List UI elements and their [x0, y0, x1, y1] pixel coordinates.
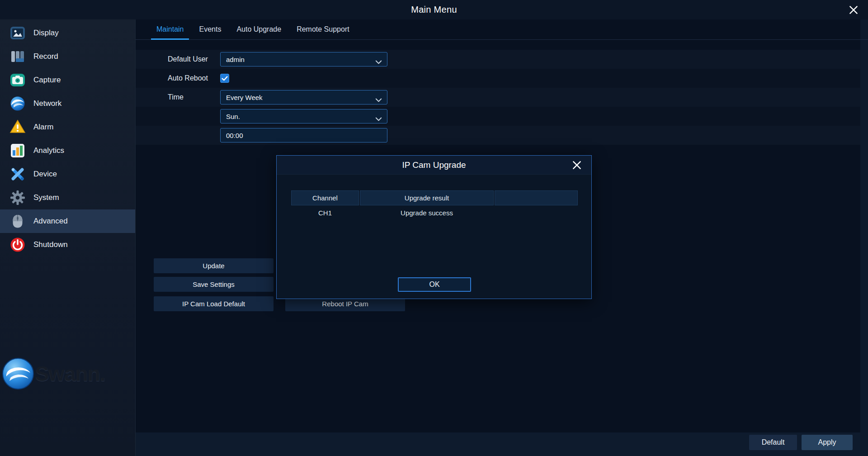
- ipcam-upgrade-dialog: IP Cam Upgrade Channel Upgrade result CH…: [276, 155, 592, 299]
- result-cell: Upgrade success: [360, 205, 494, 220]
- sidebar-item-display[interactable]: Display: [0, 21, 135, 45]
- column-header-blank: [495, 190, 578, 205]
- device-icon: [9, 166, 26, 183]
- field-label: Time: [168, 93, 220, 101]
- sidebar-item-system[interactable]: System: [0, 186, 135, 209]
- sidebar-item-label: Record: [33, 52, 58, 61]
- time-frequency-select[interactable]: Every Week: [220, 90, 387, 104]
- auto-reboot-row: Auto Reboot: [136, 69, 860, 88]
- sidebar-item-label: Analytics: [33, 146, 64, 155]
- maintain-form: Default User admin Auto Reboot Time Ever…: [136, 50, 860, 145]
- default-button[interactable]: Default: [749, 435, 797, 450]
- window-close-button[interactable]: [847, 4, 860, 16]
- table-header-row: Channel Upgrade result: [291, 190, 578, 205]
- record-icon: [9, 48, 26, 65]
- table-row: CH1 Upgrade success: [291, 205, 578, 220]
- sidebar-item-label: Device: [33, 170, 57, 179]
- advanced-mouse-icon: [9, 213, 26, 230]
- field-label: Default User: [168, 55, 220, 63]
- reboot-time-row: 00:00: [136, 126, 860, 145]
- sidebar-item-label: Shutdown: [33, 240, 68, 249]
- dialog-header: IP Cam Upgrade: [277, 156, 591, 175]
- sidebar-item-network[interactable]: Network: [0, 92, 135, 115]
- column-header-upgrade-result: Upgrade result: [360, 190, 494, 205]
- main-menu-window: Main Menu Display Record: [0, 0, 868, 456]
- column-header-channel: Channel: [291, 190, 359, 205]
- chevron-down-icon: [375, 115, 382, 123]
- channel-cell: CH1: [291, 205, 359, 220]
- dialog-title: IP Cam Upgrade: [402, 160, 466, 170]
- blank-cell: [495, 205, 578, 220]
- sidebar-item-analytics[interactable]: Analytics: [0, 139, 135, 162]
- system-icon: [9, 189, 26, 206]
- sidebar-list: Display Record Capture Network: [0, 19, 135, 256]
- sidebar-item-label: Display: [33, 28, 59, 38]
- field-label: Auto Reboot: [168, 74, 220, 82]
- title-bar: Main Menu: [0, 0, 868, 19]
- sidebar-item-label: Advanced: [33, 217, 68, 226]
- close-icon: [571, 160, 582, 171]
- chevron-down-icon: [375, 96, 382, 104]
- update-button[interactable]: Update: [154, 258, 274, 273]
- time-frequency-value: Every Week: [226, 94, 263, 101]
- save-settings-button[interactable]: Save Settings: [154, 277, 274, 292]
- display-icon: [9, 24, 26, 42]
- tab-auto-upgrade[interactable]: Auto Upgrade: [231, 19, 287, 39]
- sidebar-item-label: Network: [33, 99, 61, 108]
- time-row: Time Every Week: [136, 88, 860, 107]
- right-edge-strip: [860, 19, 868, 456]
- tab-events[interactable]: Events: [193, 19, 226, 39]
- close-icon: [848, 5, 859, 15]
- sidebar-item-label: System: [33, 193, 59, 202]
- apply-button[interactable]: Apply: [802, 435, 853, 450]
- swann-logo-icon: [2, 357, 34, 390]
- ok-button[interactable]: OK: [398, 277, 471, 292]
- checkmark-icon: [222, 76, 228, 81]
- weekday-select[interactable]: Sun.: [220, 109, 387, 124]
- tab-maintain[interactable]: Maintain: [151, 19, 189, 39]
- dialog-close-button[interactable]: [571, 159, 583, 171]
- sidebar-item-label: Capture: [33, 76, 61, 85]
- auto-reboot-checkbox[interactable]: [220, 74, 229, 83]
- swann-logo-text: Swann.: [35, 361, 105, 386]
- capture-icon: [9, 71, 26, 89]
- tab-remote-support[interactable]: Remote Support: [291, 19, 355, 39]
- default-user-select[interactable]: admin: [220, 52, 387, 66]
- sidebar-item-shutdown[interactable]: Shutdown: [0, 233, 135, 256]
- upgrade-result-table: Channel Upgrade result CH1 Upgrade succe…: [291, 190, 578, 220]
- brand-logo: Swann.: [2, 357, 105, 390]
- weekday-row: Sun.: [136, 107, 860, 126]
- sidebar-item-label: Alarm: [33, 123, 53, 132]
- alarm-icon: [9, 119, 26, 136]
- ipcam-load-default-button[interactable]: IP Cam Load Default: [154, 296, 274, 311]
- chevron-down-icon: [375, 58, 382, 66]
- sidebar-item-device[interactable]: Device: [0, 162, 135, 186]
- sidebar-item-advanced[interactable]: Advanced: [0, 209, 135, 233]
- default-user-value: admin: [226, 56, 245, 63]
- window-title: Main Menu: [411, 5, 457, 15]
- analytics-icon: [9, 142, 26, 159]
- sidebar-item-record[interactable]: Record: [0, 45, 135, 68]
- default-user-row: Default User admin: [136, 50, 860, 69]
- sidebar-item-alarm[interactable]: Alarm: [0, 115, 135, 139]
- shutdown-power-icon: [9, 236, 26, 253]
- sidebar-item-capture[interactable]: Capture: [0, 68, 135, 92]
- weekday-value: Sun.: [226, 113, 240, 120]
- reboot-time-value: 00:00: [226, 132, 243, 139]
- reboot-time-input[interactable]: 00:00: [220, 128, 387, 142]
- tab-bar: Maintain Events Auto Upgrade Remote Supp…: [136, 19, 868, 40]
- sidebar: Display Record Capture Network: [0, 19, 136, 456]
- network-icon: [9, 95, 26, 112]
